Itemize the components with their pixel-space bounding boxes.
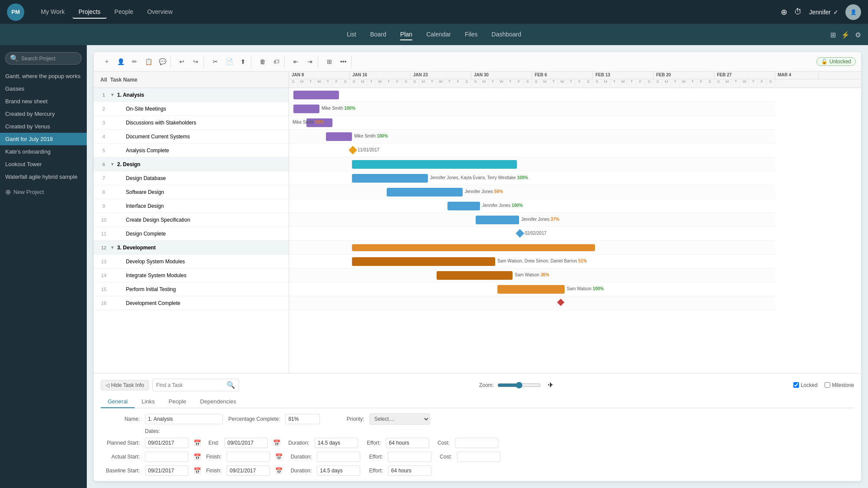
user-menu[interactable]: Jennifer ✓ — [809, 9, 838, 16]
edit-btn[interactable]: ✏ — [128, 56, 141, 68]
comment-btn[interactable]: 💬 — [156, 56, 168, 68]
baseline-start-input[interactable] — [145, 465, 188, 476]
priority-select[interactable]: Select.... High Medium Low — [369, 413, 430, 425]
paste-btn[interactable]: 📄 — [223, 56, 235, 68]
find-task-box[interactable]: 🔍 — [152, 379, 239, 391]
tab-files[interactable]: Files — [465, 29, 478, 40]
baseline-effort-input[interactable] — [388, 465, 431, 476]
nav-people[interactable]: People — [108, 6, 140, 19]
tab-dashboard[interactable]: Dashboard — [492, 29, 522, 40]
task-row[interactable]: 16 Development Complete — [94, 296, 289, 310]
tab-board[interactable]: Board — [370, 29, 386, 40]
app-logo[interactable]: PM — [7, 3, 24, 21]
planned-end-cal-icon[interactable]: 📅 — [273, 439, 280, 446]
baseline-start-cal[interactable]: 📅 — [194, 467, 201, 474]
sidebar-item-brand-new[interactable]: Brand new sheet — [0, 95, 87, 108]
nav-overview[interactable]: Overview — [141, 6, 178, 19]
search-input[interactable] — [21, 56, 77, 62]
new-project-btn[interactable]: ⊕ New Project — [0, 185, 87, 199]
task-row[interactable]: 6 ▼ 2. Design — [94, 157, 289, 171]
sidebar-item-kates[interactable]: Kate's onboarding — [0, 145, 87, 158]
gantt-bar[interactable] — [497, 285, 565, 294]
tab-people[interactable]: People — [162, 396, 193, 408]
gantt-bar[interactable] — [476, 216, 519, 224]
avatar[interactable]: 👤 — [845, 4, 861, 20]
baseline-finish-input[interactable] — [227, 465, 270, 476]
collapse-icon[interactable]: ▼ — [110, 92, 117, 97]
actual-cost-input[interactable] — [457, 452, 500, 462]
filter-icon[interactable]: ⚡ — [841, 31, 850, 39]
outdent-btn[interactable]: ⇤ — [290, 56, 302, 68]
actual-start-cal-icon[interactable]: 📅 — [194, 453, 201, 460]
tab-dependencies[interactable]: Dependencies — [193, 396, 243, 408]
find-task-input[interactable] — [156, 382, 224, 388]
gantt-chart[interactable]: JAN 9 JAN 16 JAN 23 JAN 30 FEB 6 FEB 13 … — [289, 72, 861, 373]
cut-btn[interactable]: ✂ — [209, 56, 221, 68]
task-row[interactable]: 1 ▼ 1. Analysis — [94, 88, 289, 102]
collapse-icon[interactable]: ▼ — [110, 245, 117, 250]
redo-btn[interactable]: ↪ — [190, 56, 202, 68]
task-row[interactable]: 7 Design Database — [94, 171, 289, 185]
planned-start-cal-icon[interactable]: 📅 — [194, 439, 201, 446]
locked-checkbox[interactable] — [793, 382, 799, 388]
grid-view-btn[interactable]: ⊞ — [323, 56, 335, 68]
task-row[interactable]: 10 Create Design Specification — [94, 213, 289, 227]
assign-btn[interactable]: 👤 — [115, 56, 127, 68]
gantt-bar[interactable] — [293, 105, 319, 113]
task-row[interactable]: 12 ▼ 3. Development — [94, 241, 289, 255]
notification-icon[interactable]: ⏱ — [794, 7, 802, 16]
collapse-icon[interactable]: ▼ — [110, 162, 117, 167]
actual-finish-input[interactable] — [227, 452, 270, 462]
more-btn[interactable]: ••• — [337, 56, 349, 68]
search-box[interactable]: 🔍 — [5, 52, 82, 65]
sidebar-item-venus[interactable]: Created by Venus — [0, 120, 87, 133]
sidebar-item-lookout[interactable]: Lookout Tower — [0, 158, 87, 170]
header-all[interactable]: All — [97, 77, 110, 83]
zoom-slider[interactable] — [497, 382, 541, 389]
planned-duration-input[interactable] — [315, 438, 358, 448]
tab-plan[interactable]: Plan — [400, 29, 412, 40]
task-row[interactable]: 5 Analysis Complete — [94, 144, 289, 157]
baseline-duration-input[interactable] — [317, 465, 360, 476]
task-row[interactable]: 11 Design Complete — [94, 227, 289, 241]
task-row[interactable]: 14 Integrate System Modules — [94, 269, 289, 282]
actual-effort-input[interactable] — [388, 452, 431, 462]
indent-btn[interactable]: ⇥ — [304, 56, 316, 68]
gantt-bar[interactable] — [352, 244, 595, 251]
gantt-bar[interactable] — [326, 132, 352, 141]
settings-icon[interactable]: ⚙ — [855, 31, 861, 39]
locked-checkbox-label[interactable]: Locked — [793, 382, 818, 388]
add-icon[interactable]: ⊕ — [781, 7, 787, 17]
gantt-bar[interactable] — [352, 174, 428, 183]
planned-effort-input[interactable] — [386, 438, 429, 448]
sidebar-item-gasses[interactable]: Gasses — [0, 82, 87, 95]
delete-btn[interactable]: 🗑 — [256, 56, 269, 68]
task-row[interactable]: 8 Software Design — [94, 185, 289, 199]
task-row[interactable]: 9 Interface Design — [94, 199, 289, 213]
grid-icon[interactable]: ⊞ — [830, 31, 836, 39]
planned-end-input[interactable] — [224, 438, 268, 448]
actual-finish-cal-icon[interactable]: 📅 — [275, 453, 283, 460]
gantt-bar[interactable] — [352, 257, 495, 266]
pct-input[interactable] — [285, 414, 320, 424]
hide-task-info-btn[interactable]: ◁ Hide Task Info — [101, 380, 149, 390]
tab-links[interactable]: Links — [135, 396, 161, 408]
tab-list[interactable]: List — [347, 29, 356, 40]
task-row[interactable]: 3 Discussions with Stakeholders — [94, 116, 289, 130]
planned-cost-input[interactable] — [455, 438, 498, 448]
task-row[interactable]: 4 Document Current Systems — [94, 130, 289, 144]
gantt-bar[interactable] — [293, 91, 339, 99]
add-task-btn[interactable]: ＋ — [101, 56, 113, 68]
task-row[interactable]: 13 Develop System Modules — [94, 255, 289, 269]
actual-duration-input[interactable] — [317, 452, 360, 462]
task-row[interactable]: 15 Perform Initial Testing — [94, 282, 289, 296]
nav-mywork[interactable]: My Work — [35, 6, 71, 19]
sidebar-item-waterfall[interactable]: Waterfall agile hybrid sample — [0, 170, 87, 183]
tag-btn[interactable]: 🏷 — [270, 56, 283, 68]
gantt-bar[interactable] — [437, 271, 513, 280]
planned-start-input[interactable] — [145, 438, 188, 448]
gantt-bar[interactable] — [447, 202, 480, 210]
milestone-checkbox[interactable] — [825, 382, 830, 388]
export-btn[interactable]: ⬆ — [237, 56, 249, 68]
gantt-bar[interactable] — [352, 160, 517, 169]
